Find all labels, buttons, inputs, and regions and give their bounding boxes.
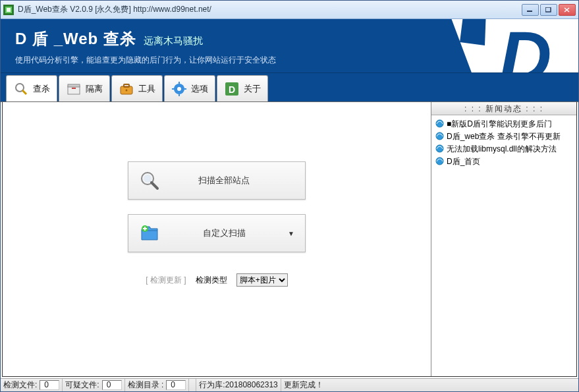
tab-tools[interactable]: 工具 [111, 75, 163, 101]
news-list: ■新版D盾引擎能识别更多后门 D盾_web查杀 查杀引擎不再更新 无法加载lib… [431, 115, 576, 376]
briefcase-icon [119, 81, 134, 97]
svg-point-22 [144, 175, 152, 182]
status-files-value: 0 [40, 380, 59, 390]
svg-rect-7 [68, 86, 80, 94]
ie-icon [435, 132, 444, 140]
magnifier-large-icon [139, 170, 160, 191]
header-banner: D 盾 _Web 查杀 远离木马骚扰 使用代码分析引擎，能追查更为隐藏的后门行为… [1, 19, 578, 73]
gear-icon [171, 81, 187, 97]
titlebar: D盾_Web查杀 V2.0.9 [永久免费] http://www.d99net… [1, 1, 578, 19]
svg-rect-1 [527, 11, 532, 12]
toolbar: 查杀 隔离 工具 选项 D 关于 [1, 73, 578, 102]
window-buttons [522, 4, 576, 16]
news-item[interactable]: 无法加载libmysql.dll的解决方法 [435, 143, 572, 155]
maximize-button[interactable] [540, 4, 557, 16]
custom-scan-label: 自定义扫描 [176, 227, 272, 239]
status-suspicious-value: 0 [102, 380, 122, 390]
status-done: 更新完成！ [281, 379, 326, 391]
status-suspicious: 可疑文件: 0 [63, 379, 124, 391]
magnifier-icon [13, 81, 29, 97]
svg-rect-2 [545, 7, 551, 12]
custom-scan-button[interactable]: 自定义扫描 ▼ [128, 214, 306, 252]
svg-text:D: D [499, 19, 551, 73]
svg-rect-9 [72, 88, 76, 89]
minimize-button[interactable] [522, 4, 539, 16]
tab-scan[interactable]: 查杀 [6, 75, 57, 101]
svg-rect-11 [124, 84, 129, 87]
tab-quarantine[interactable]: 隔离 [59, 75, 110, 101]
statusbar: 检测文件: 0 可疑文件: 0 检测目录 : 0 行为库:20180806231… [1, 378, 578, 391]
news-item[interactable]: ■新版D盾引擎能识别更多后门 [435, 118, 572, 130]
status-files: 检测文件: 0 [1, 379, 63, 391]
svg-marker-5 [460, 19, 486, 45]
status-db: 行为库:201808062313 [196, 379, 281, 391]
options-row: [ 检测更新 ] 检测类型 脚本+图片 [146, 273, 287, 287]
center-pane: 扫描全部站点 自定义扫描 ▼ [ 检测更新 ] 检测类型 脚本+图片 [3, 102, 431, 376]
news-item[interactable]: D盾_首页 [435, 155, 572, 168]
scan-all-label: 扫描全部站点 [176, 175, 272, 186]
ie-icon [435, 119, 444, 128]
svg-rect-17 [172, 88, 175, 90]
banner-logo: D [407, 19, 578, 73]
close-button[interactable] [559, 4, 576, 16]
news-heading: : : : 新闻动态 : : : [431, 102, 576, 115]
svg-rect-16 [179, 94, 180, 96]
ie-icon [435, 144, 444, 153]
tab-about[interactable]: D 关于 [217, 75, 268, 101]
folder-add-icon [139, 223, 160, 244]
status-dirs: 检测目录 : 0 [125, 379, 190, 391]
ie-icon [435, 157, 444, 165]
chevron-down-icon: ▼ [288, 230, 294, 237]
window-frame: D盾_Web查杀 V2.0.9 [永久免费] http://www.d99net… [0, 0, 579, 392]
shield-d-icon: D [224, 81, 240, 97]
main-area: 扫描全部站点 自定义扫描 ▼ [ 检测更新 ] 检测类型 脚本+图片 : : :… [2, 102, 577, 377]
window-title: D盾_Web查杀 V2.0.9 [永久免费] http://www.d99net… [18, 4, 522, 15]
svg-rect-15 [179, 82, 180, 84]
detect-type-label: 检测类型 [196, 275, 227, 286]
tab-options[interactable]: 选项 [164, 75, 215, 101]
news-panel: : : : 新闻动态 : : : ■新版D盾引擎能识别更多后门 D盾_web查杀… [431, 102, 576, 376]
check-update-link[interactable]: [ 检测更新 ] [146, 275, 186, 286]
box-icon [66, 81, 82, 97]
svg-rect-18 [184, 88, 186, 90]
scan-all-button[interactable]: 扫描全部站点 [128, 161, 306, 200]
detect-type-select[interactable]: 脚本+图片 [236, 273, 288, 287]
svg-point-14 [177, 87, 181, 91]
news-item[interactable]: D盾_web查杀 查杀引擎不再更新 [435, 130, 572, 143]
app-icon [3, 5, 14, 15]
svg-rect-8 [68, 84, 80, 87]
status-dirs-value: 0 [166, 380, 186, 390]
svg-text:D: D [229, 84, 235, 95]
svg-point-12 [126, 89, 128, 91]
